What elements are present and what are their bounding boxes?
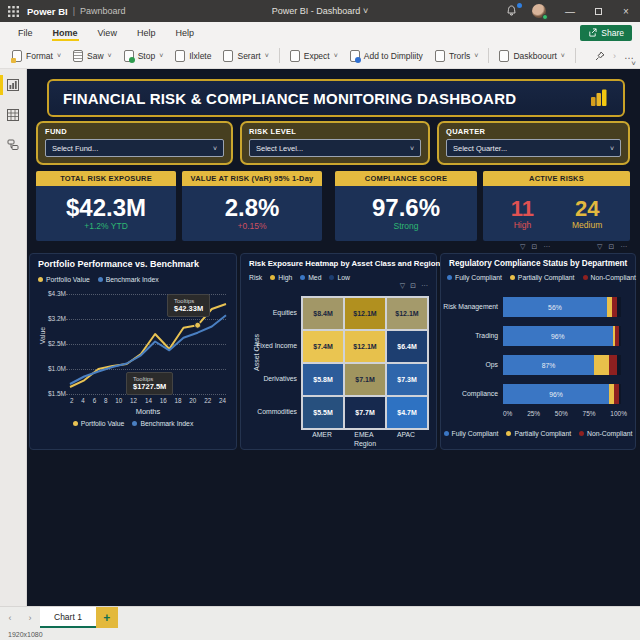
heatmap-cell[interactable]: $7.1M bbox=[345, 364, 385, 395]
ribbon-trorls-button[interactable]: Trorls˅ bbox=[429, 47, 485, 65]
ribbon-ilxlete-button[interactable]: Ilxlete bbox=[169, 47, 217, 65]
chart-legend: Fully CompliantPartially CompliantNon-Co… bbox=[441, 430, 635, 437]
legend-dot bbox=[270, 275, 275, 280]
visual-hover-toolbar: ▽⊡⋯ bbox=[400, 282, 428, 290]
heatmap-cell[interactable]: $12.1M bbox=[387, 298, 427, 329]
stacked-bar[interactable]: 96% bbox=[503, 384, 621, 404]
more-options-icon[interactable]: ⋯ bbox=[543, 243, 550, 251]
menu-item-file-0[interactable]: File bbox=[17, 24, 34, 41]
filter-icon[interactable]: ▽ bbox=[520, 243, 525, 251]
legend-item-non-compliant: Non-Compliant bbox=[583, 274, 636, 281]
chevron-down-icon: ˅ bbox=[57, 52, 61, 59]
ribbon-stop-button[interactable]: Stop˅ bbox=[118, 47, 170, 65]
ribbon-add-to-dimpliity-button[interactable]: Add to Dimpliity bbox=[344, 47, 429, 65]
heatmap-cell[interactable]: $4.7M bbox=[387, 397, 427, 428]
legend-item-portfolio-value: Portfolio Value bbox=[73, 420, 125, 427]
row-label: Commodities bbox=[241, 395, 297, 428]
slicer-placeholder: Select Fund... bbox=[52, 144, 98, 153]
share-button[interactable]: Share bbox=[580, 25, 632, 41]
heatmap-cell[interactable]: $7.4M bbox=[303, 331, 343, 362]
heatmap-cell[interactable]: $12.1M bbox=[345, 331, 385, 362]
menu-item-help-3[interactable]: Help bbox=[136, 24, 157, 41]
chart-legend: Portfolio ValueBenchmark Index bbox=[38, 276, 159, 283]
close-button[interactable]: × bbox=[612, 0, 640, 22]
menu-item-help-4[interactable]: Help bbox=[174, 24, 195, 41]
ribbon-item-label: Daskboourt bbox=[513, 51, 556, 61]
sidebar-model-view-icon[interactable] bbox=[0, 137, 26, 153]
sidebar-data-view-icon[interactable] bbox=[0, 107, 26, 123]
tab-chart-1[interactable]: Chart 1 bbox=[40, 607, 96, 628]
text-box-icon bbox=[290, 50, 300, 62]
focus-mode-icon[interactable]: ⊡ bbox=[410, 282, 416, 290]
menu-item-home-1[interactable]: Home bbox=[52, 24, 79, 41]
more-options-icon[interactable]: ⋯ bbox=[620, 243, 627, 251]
ribbon-format-button[interactable]: Format˅ bbox=[6, 47, 67, 65]
stacked-bar[interactable]: 87% bbox=[503, 355, 621, 375]
slicer-dropdown[interactable]: Select Quarter...˅ bbox=[446, 139, 621, 157]
chevron-down-icon: ˅ bbox=[410, 145, 414, 152]
ribbon-expect-button[interactable]: Expect˅ bbox=[284, 47, 344, 65]
minimize-button[interactable]: — bbox=[556, 0, 584, 22]
notifications-icon[interactable] bbox=[506, 5, 522, 17]
focus-mode-icon[interactable]: ⊡ bbox=[608, 243, 614, 251]
collapse-ribbon-icon[interactable]: ˅ bbox=[631, 59, 636, 68]
heatmap-cell[interactable]: $8.4M bbox=[303, 298, 343, 329]
visual-hover-toolbar: ▽⊡⋯ bbox=[520, 243, 550, 251]
kpi-value: 11 bbox=[511, 198, 534, 220]
legend-item-non-compliant: Non-Compliant bbox=[579, 430, 632, 437]
bar-segment: 56% bbox=[503, 297, 607, 317]
chevron-right-icon[interactable]: › bbox=[613, 51, 616, 61]
sidebar-report-view-icon[interactable] bbox=[0, 77, 26, 93]
export-icon bbox=[175, 50, 185, 62]
heatmap-cell[interactable]: $5.5M bbox=[303, 397, 343, 428]
kpi-card-compliance-score: COMPLIANCE SCORE97.6%Strong bbox=[335, 171, 477, 241]
legend-item-low: Low bbox=[329, 274, 349, 281]
ribbon-item-label: Saw bbox=[87, 51, 104, 61]
stacked-bar[interactable]: 56% bbox=[503, 297, 621, 317]
legend-dot bbox=[98, 277, 103, 282]
kpi-card-value-at-risk-var-95-1-day: VALUE AT RISK (VaR) 95% 1-Day2.8%+0.15% bbox=[182, 171, 322, 241]
ribbon-saw-button[interactable]: Saw˅ bbox=[67, 47, 118, 65]
heatmap-cell[interactable]: $7.7M bbox=[345, 397, 385, 428]
workspace-name: Pawnboard bbox=[80, 6, 126, 16]
risk-heatmap-chart: Risk Exposure Heatmap by Asset Class and… bbox=[240, 253, 437, 450]
tab-back-icon[interactable]: ‹ bbox=[4, 613, 16, 623]
kpi-pair-label: High bbox=[514, 220, 531, 230]
chevron-down-icon: ˅ bbox=[610, 145, 614, 152]
bar-segment bbox=[614, 384, 619, 404]
chevron-down-icon: ˅ bbox=[159, 52, 163, 59]
bar-value-label: 96% bbox=[503, 332, 613, 339]
kpi-header: COMPLIANCE SCORE bbox=[335, 171, 477, 186]
stacked-bar[interactable]: 96% bbox=[503, 326, 621, 346]
waffle-menu-icon[interactable] bbox=[8, 6, 19, 17]
legend-label: Fully Compliant bbox=[452, 430, 499, 437]
pin-icon[interactable] bbox=[595, 51, 605, 61]
menu-items: FileHomeViewHelpHelp bbox=[8, 24, 204, 41]
kpi-subtext: Strong bbox=[393, 221, 418, 231]
kpi-pairs: 11High24Medium bbox=[511, 198, 603, 230]
legend-dot bbox=[510, 275, 515, 280]
kpi-header: TOTAL RISK EXPOSURE bbox=[36, 171, 176, 186]
heatmap-cell[interactable]: $12.1M bbox=[345, 298, 385, 329]
focus-mode-icon[interactable]: ⊡ bbox=[531, 243, 537, 251]
kpi-subtext: +1.2% YTD bbox=[84, 221, 128, 231]
y-tick-label: $4.3M bbox=[32, 290, 66, 297]
ribbon-serart-button[interactable]: Serart˅ bbox=[217, 47, 274, 65]
restore-button[interactable] bbox=[584, 0, 612, 22]
heatmap-cell[interactable]: $5.8M bbox=[303, 364, 343, 395]
report-canvas: FINANCIAL RISK & COMPLIANCE MONITORING D… bbox=[27, 69, 640, 606]
slicer-dropdown[interactable]: Select Fund...˅ bbox=[45, 139, 224, 157]
heatmap-cell[interactable]: $7.3M bbox=[387, 364, 427, 395]
add-page-button[interactable]: + bbox=[96, 607, 118, 628]
menu-item-view-2[interactable]: View bbox=[97, 24, 118, 41]
filter-icon[interactable]: ▽ bbox=[597, 243, 602, 251]
filter-icon[interactable]: ▽ bbox=[400, 282, 405, 290]
chevron-down-icon: ˅ bbox=[561, 52, 565, 59]
slicer-label: RISK LEVEL bbox=[249, 127, 421, 136]
heatmap-cell[interactable]: $6.4M bbox=[387, 331, 427, 362]
slicer-dropdown[interactable]: Select Level...˅ bbox=[249, 139, 421, 157]
user-avatar[interactable] bbox=[532, 4, 546, 18]
ribbon-daskboourt-button[interactable]: Daskboourt˅ bbox=[493, 47, 571, 65]
more-options-icon[interactable]: ⋯ bbox=[421, 282, 428, 290]
tab-forward-icon[interactable]: › bbox=[24, 613, 36, 623]
